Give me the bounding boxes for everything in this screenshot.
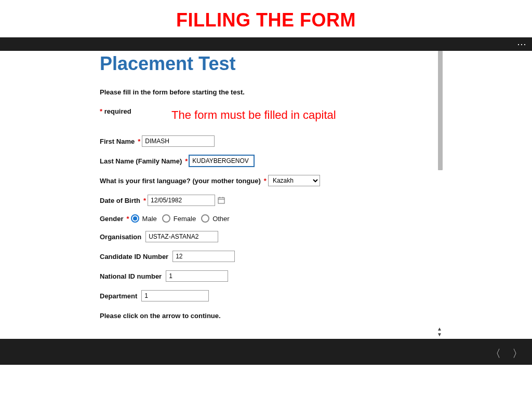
radio-other[interactable] (201, 214, 209, 223)
asterisk-icon: * (264, 177, 267, 185)
scroll-up-icon[interactable]: ▲ (437, 326, 442, 332)
row-language: What is your first language? (your mothe… (100, 175, 428, 186)
required-indicator: required (100, 107, 131, 115)
viewer-bottom-bar: 〈 〉 (0, 339, 532, 365)
dob-input[interactable] (148, 195, 215, 206)
asterisk-icon: * (143, 197, 146, 204)
label-candidate-id: Candidate ID Number (100, 253, 168, 260)
label-department: Department (100, 292, 137, 300)
viewer-area: Placement Test Please fill in the form b… (0, 51, 532, 339)
asterisk-icon: * (127, 215, 129, 223)
row-national-id: National ID number (100, 270, 428, 282)
continue-instruction: Please click on the arrow to continue. (100, 312, 428, 320)
label-language: What is your first language? (your mothe… (100, 177, 261, 185)
row-candidate-id: Candidate ID Number (100, 251, 428, 262)
asterisk-icon: * (138, 138, 140, 145)
slide-title: FILLING THE FORM (0, 0, 532, 37)
annotation-text: The form must be filled in capital (171, 108, 336, 122)
last-name-input[interactable] (189, 155, 254, 167)
scroll-down-icon[interactable]: ▼ (437, 332, 442, 337)
radio-female[interactable] (162, 214, 170, 223)
row-last-name: Last Name (Family Name) * (100, 155, 428, 167)
form-instruction: Please fill in the form before starting … (100, 88, 428, 96)
form-heading: Placement Test (100, 53, 428, 75)
row-gender: Gender * Male Female Other (100, 214, 428, 223)
radio-label-female: Female (174, 215, 196, 223)
asterisk-icon: * (185, 157, 188, 165)
next-slide-button[interactable]: 〉 (512, 348, 523, 359)
row-department: Department (100, 290, 428, 301)
row-first-name: First Name * (100, 135, 428, 147)
calendar-icon[interactable] (217, 196, 225, 204)
prev-slide-button[interactable]: 〈 (490, 348, 501, 359)
label-national-id: National ID number (100, 272, 162, 280)
radio-label-male: Male (142, 215, 157, 223)
department-input[interactable] (141, 290, 209, 301)
national-id-input[interactable] (166, 270, 228, 282)
row-organisation: Organisation (100, 231, 428, 242)
label-dob: Date of Birth (100, 197, 140, 204)
more-icon[interactable]: ⋯ (517, 39, 527, 49)
svg-rect-0 (218, 198, 224, 203)
radio-male[interactable] (131, 214, 139, 223)
label-organisation: Organisation (100, 233, 141, 241)
first-name-input[interactable] (142, 135, 215, 147)
viewer-top-bar: ⋯ (0, 37, 532, 51)
language-select[interactable]: Kazakh (268, 175, 320, 186)
scrollbar-thumb[interactable] (438, 51, 443, 170)
row-dob: Date of Birth * (100, 195, 428, 206)
label-last-name: Last Name (Family Name) (100, 157, 182, 165)
radio-label-other: Other (212, 215, 230, 223)
label-gender: Gender (100, 215, 124, 223)
candidate-id-input[interactable] (172, 251, 235, 262)
organisation-input[interactable] (145, 231, 218, 242)
label-first-name: First Name (100, 138, 135, 145)
scroll-stepper[interactable]: ▲ ▼ (435, 325, 444, 338)
